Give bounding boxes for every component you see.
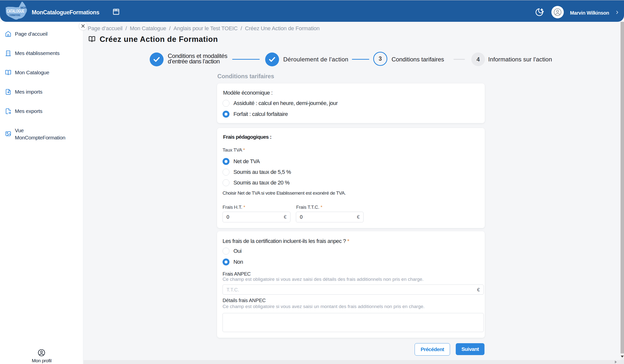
svg-text:FORMATIONS: FORMATIONS [10, 14, 20, 17]
svg-text:CATALOGUE: CATALOGUE [7, 8, 25, 14]
